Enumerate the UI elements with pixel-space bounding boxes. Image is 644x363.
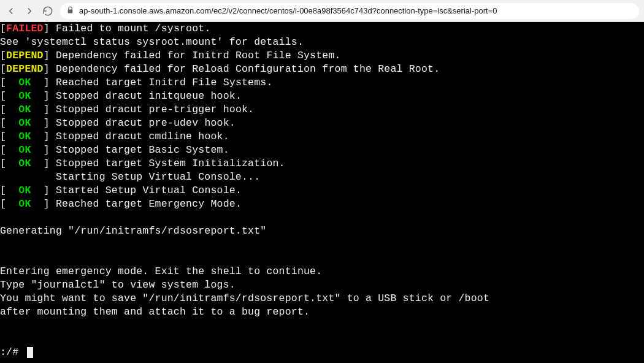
console-line: Starting Setup Virtual Console... [0,170,644,184]
lock-icon [66,6,74,16]
console-line: Entering emergency mode. Exit the shell … [0,265,644,278]
shell-prompt[interactable]: :/# [0,346,644,359]
console-line: [ OK ] Reached target Emergency Mode. [0,197,644,211]
console-line: [ OK ] Stopped dracut pre-trigger hook. [0,103,644,117]
serial-console[interactable]: [FAILED] Failed to mount /sysroot.See 's… [0,22,644,363]
console-line: [DEPEND] Dependency failed for Initrd Ro… [0,49,644,63]
reload-button[interactable] [42,5,54,17]
console-line: Generating "/run/initramfs/rdsosreport.t… [0,224,644,238]
console-line: [FAILED] Failed to mount /sysroot. [0,22,644,36]
console-line: [ OK ] Started Setup Virtual Console. [0,184,644,197]
console-line: [ OK ] Stopped target Basic System. [0,143,644,157]
console-line: [ OK ] Stopped dracut pre-udev hook. [0,117,644,130]
console-line: [DEPEND] Dependency failed for Reload Co… [0,63,644,76]
cursor [27,347,33,358]
console-line: [ OK ] Stopped dracut cmdline hook. [0,130,644,143]
console-line: Type "journalctl" to view system logs. [0,278,644,292]
address-bar[interactable]: ap-south-1.console.aws.amazon.com/ec2/v2… [60,3,639,19]
console-line: You might want to save "/run/initramfs/r… [0,292,644,305]
console-line: [ OK ] Stopped target System Initializat… [0,157,644,170]
browser-toolbar: ap-south-1.console.aws.amazon.com/ec2/v2… [0,0,644,22]
console-line: [ OK ] Reached target Initrd File System… [0,76,644,90]
forward-button[interactable] [23,5,36,17]
url-text: ap-south-1.console.aws.amazon.com/ec2/v2… [79,6,497,15]
console-line: [ OK ] Stopped dracut initqueue hook. [0,90,644,103]
console-line: See 'systemctl status sysroot.mount' for… [0,36,644,49]
console-line: after mounting them and attach it to a b… [0,305,644,319]
back-button[interactable] [5,5,17,17]
